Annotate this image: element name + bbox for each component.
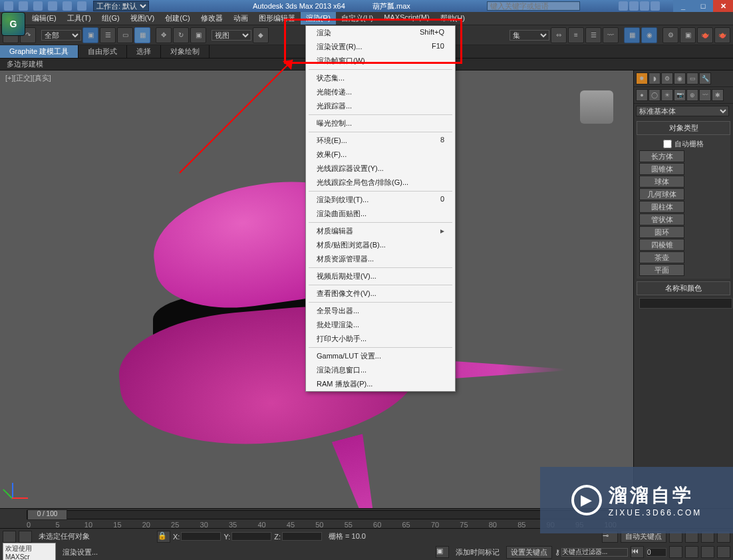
- primitive-button[interactable]: 圆锥体: [639, 163, 684, 175]
- helpers-icon[interactable]: ⊕: [686, 89, 698, 101]
- set-key-mode-button[interactable]: [19, 531, 32, 543]
- x-coord-input[interactable]: [181, 532, 221, 541]
- link-icon[interactable]: [77, 1, 86, 11]
- time-tag-button[interactable]: 添加时间标记: [452, 547, 504, 557]
- move-button[interactable]: ✥: [156, 27, 172, 43]
- viewport-nav-1[interactable]: [669, 546, 682, 558]
- help-icon[interactable]: [640, 1, 649, 11]
- rollout-header-object-type[interactable]: 对象类型: [637, 121, 730, 135]
- mini-curve-toggle[interactable]: [3, 531, 16, 543]
- curve-editor-button[interactable]: 〰: [603, 27, 619, 43]
- cameras-icon[interactable]: 📷: [674, 89, 686, 101]
- mirror-button[interactable]: ⇔: [551, 27, 567, 43]
- menu-help[interactable]: 帮助(H): [435, 12, 470, 25]
- display-tab-icon[interactable]: ▭: [686, 72, 698, 84]
- tab-selection[interactable]: 选择: [127, 45, 161, 58]
- hierarchy-tab-icon[interactable]: ⚙: [661, 72, 673, 84]
- menu-item[interactable]: 渲染到纹理(T)...0: [306, 193, 455, 207]
- menu-item[interactable]: 材质编辑器: [306, 224, 455, 238]
- object-name-input[interactable]: [639, 298, 732, 309]
- primitive-button[interactable]: 圆环: [639, 226, 684, 238]
- polygon-modeling-panel[interactable]: 多边形建模: [0, 59, 50, 70]
- menu-item[interactable]: 光线跟踪全局包含/排除(G)...: [306, 176, 455, 190]
- viewport-nav-3[interactable]: [701, 546, 714, 558]
- layers-button[interactable]: ☰: [585, 27, 601, 43]
- material-editor-button[interactable]: ◉: [641, 27, 657, 43]
- create-tab-icon[interactable]: ✹: [636, 72, 648, 84]
- subscription-icon[interactable]: [619, 1, 628, 11]
- menu-animation[interactable]: 动画: [228, 12, 253, 25]
- menu-item[interactable]: 渲染消息窗口...: [306, 363, 455, 377]
- key-filters[interactable]: ⚷: [555, 548, 628, 557]
- maxscript-listener[interactable]: 欢迎使用 MAXScr: [3, 543, 56, 561]
- search-input[interactable]: [487, 1, 580, 11]
- menu-item[interactable]: 渲染帧窗口(W)...: [306, 54, 455, 68]
- new-icon[interactable]: [4, 1, 13, 11]
- redo-icon[interactable]: [63, 1, 72, 11]
- time-slider-handle[interactable]: 0 / 100: [27, 509, 67, 520]
- maximize-button[interactable]: □: [693, 0, 713, 12]
- reference-coord-dropdown[interactable]: 视图: [212, 30, 251, 41]
- menu-item[interactable]: 渲染曲面贴图...: [306, 207, 455, 221]
- menu-item[interactable]: 光能传递...: [306, 85, 455, 99]
- primitive-button[interactable]: 圆柱体: [639, 201, 684, 213]
- menu-create[interactable]: 创建(C): [160, 12, 195, 25]
- rollout-header-name-color[interactable]: 名称和颜色: [637, 281, 730, 295]
- menu-item[interactable]: Gamma/LUT 设置...: [306, 349, 455, 363]
- motion-tab-icon[interactable]: ◉: [674, 72, 686, 84]
- select-region-button[interactable]: ▭: [117, 27, 133, 43]
- isolate-toggle[interactable]: ▣: [436, 546, 449, 558]
- spacewarps-icon[interactable]: 〰: [699, 89, 711, 101]
- render-production-button[interactable]: 🫖: [714, 27, 730, 43]
- menu-item[interactable]: 材质资源管理器...: [306, 252, 455, 266]
- rotate-button[interactable]: ↻: [173, 27, 189, 43]
- menu-graph-editors[interactable]: 图形编辑器: [253, 12, 301, 25]
- select-object-button[interactable]: ▣: [82, 27, 98, 43]
- primitive-button[interactable]: 长方体: [639, 150, 684, 162]
- viewcube[interactable]: [580, 90, 613, 124]
- help-search[interactable]: [487, 1, 580, 11]
- menu-item[interactable]: RAM 播放器(P)...: [306, 377, 455, 391]
- save-icon[interactable]: [33, 1, 43, 11]
- lock-selection-icon[interactable]: 🔒: [157, 531, 170, 543]
- set-key-button[interactable]: 设置关键点: [506, 546, 552, 559]
- geometry-icon[interactable]: ●: [636, 89, 648, 101]
- key-filter-input[interactable]: [561, 548, 628, 557]
- select-by-name-button[interactable]: ☰: [100, 27, 116, 43]
- menu-rendering[interactable]: 渲染(R): [301, 12, 336, 25]
- subcategory-dropdown[interactable]: 标准基本体: [636, 106, 729, 116]
- workspace-selector[interactable]: 工作台: 默认: [93, 1, 149, 11]
- tab-object-paint[interactable]: 对象绘制: [161, 45, 210, 58]
- menu-maxscript[interactable]: MAXScript(M): [378, 12, 434, 25]
- auto-grid-checkbox[interactable]: [663, 139, 672, 149]
- menu-item[interactable]: 全景导出器...: [306, 304, 455, 318]
- menu-item[interactable]: 状态集...: [306, 71, 455, 85]
- utilities-tab-icon[interactable]: 🔧: [699, 72, 711, 84]
- render-frame-button[interactable]: ▣: [680, 27, 696, 43]
- menu-item[interactable]: 打印大小助手...: [306, 332, 455, 346]
- menu-item[interactable]: 光线跟踪器设置(Y)...: [306, 162, 455, 176]
- tab-graphite-modeling[interactable]: Graphite 建模工具: [0, 45, 78, 58]
- open-icon[interactable]: [19, 1, 28, 11]
- window-crossing-button[interactable]: ▦: [134, 27, 150, 43]
- primitive-button[interactable]: 几何球体: [639, 188, 684, 200]
- systems-icon[interactable]: ✱: [712, 89, 724, 101]
- lights-icon[interactable]: ☀: [661, 89, 673, 101]
- render-setup-button[interactable]: ⚙: [662, 27, 678, 43]
- menu-item[interactable]: 批处理渲染...: [306, 318, 455, 332]
- menu-item[interactable]: 渲染设置(R)...F10: [306, 40, 455, 54]
- viewport-nav-2[interactable]: [685, 546, 698, 558]
- viewport-label[interactable]: [+][正交][真实]: [5, 73, 51, 83]
- close-button[interactable]: ✕: [713, 0, 733, 12]
- primitive-button[interactable]: 四棱锥: [639, 239, 684, 251]
- named-set-dropdown[interactable]: 集: [510, 30, 549, 41]
- primitive-button[interactable]: 平面: [639, 264, 684, 276]
- pivot-button[interactable]: ◆: [253, 27, 269, 43]
- selection-filter-dropdown[interactable]: 全部: [41, 30, 81, 41]
- menu-item[interactable]: 环境(E)...8: [306, 134, 455, 148]
- undo-icon[interactable]: [48, 1, 57, 11]
- primitive-button[interactable]: 球体: [639, 176, 684, 188]
- primitive-button[interactable]: 茶壶: [639, 251, 684, 263]
- menu-modifiers[interactable]: 修改器: [196, 12, 228, 25]
- menu-tools[interactable]: 工具(T): [62, 12, 96, 25]
